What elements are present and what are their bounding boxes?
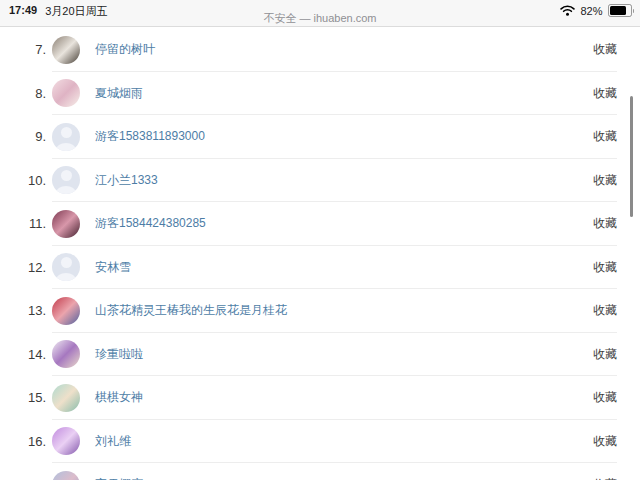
user-avatar[interactable] <box>52 471 80 480</box>
user-avatar[interactable] <box>52 210 80 238</box>
favorite-link[interactable]: 收藏 <box>593 215 617 232</box>
user-row: 15. 棋棋女神 收藏 <box>0 376 640 420</box>
user-row: 16. 刘礼维 收藏 <box>0 420 640 464</box>
rank-label: 14. <box>0 347 46 362</box>
user-row: 8. 夏城烟雨 收藏 <box>0 72 640 116</box>
status-right: 82% <box>560 4 634 17</box>
battery-icon <box>608 4 635 17</box>
username-link[interactable]: 游客1583811893000 <box>95 128 205 145</box>
user-row: 10. 江小兰1333 收藏 <box>0 159 640 203</box>
username-link[interactable]: 停留的树叶 <box>95 41 155 58</box>
user-avatar[interactable] <box>52 427 80 455</box>
username-link[interactable]: 棋棋女神 <box>95 389 143 406</box>
user-avatar[interactable] <box>52 166 80 194</box>
user-row: 14. 珍重啦啦 收藏 <box>0 333 640 377</box>
username-link[interactable]: 安林雪 <box>95 259 131 276</box>
favorite-link[interactable]: 收藏 <box>593 172 617 189</box>
user-row: 11. 游客1584424380285 收藏 <box>0 202 640 246</box>
username-link[interactable]: 珍重啦啦 <box>95 346 143 363</box>
battery-percent-label: 82% <box>580 5 602 17</box>
rank-label: 10. <box>0 173 46 188</box>
user-avatar[interactable] <box>52 297 80 325</box>
user-ranking-list: 7. 停留的树叶 收藏 8. 夏城烟雨 收藏 9. 游客158381189300… <box>0 28 640 480</box>
favorite-link[interactable]: 收藏 <box>593 433 617 450</box>
rank-label: 12. <box>0 260 46 275</box>
favorite-link[interactable]: 收藏 <box>593 476 617 480</box>
user-avatar[interactable] <box>52 253 80 281</box>
user-row: 7. 停留的树叶 收藏 <box>0 28 640 72</box>
status-bar: 17:49 3月20日周五 不安全 — ihuaben.com 82% <box>0 0 640 27</box>
username-link[interactable]: 夏城烟雨 <box>95 85 143 102</box>
favorite-link[interactable]: 收藏 <box>593 128 617 145</box>
rank-label: 15. <box>0 390 46 405</box>
battery-nub <box>633 9 635 13</box>
favorite-link[interactable]: 收藏 <box>593 41 617 58</box>
rank-label: 16. <box>0 434 46 449</box>
user-avatar[interactable] <box>52 123 80 151</box>
username-link[interactable]: 刘礼维 <box>95 433 131 450</box>
favorite-link[interactable]: 收藏 <box>593 302 617 319</box>
url-security-label[interactable]: 不安全 — ihuaben.com <box>0 11 640 26</box>
favorite-link[interactable]: 收藏 <box>593 259 617 276</box>
user-avatar[interactable] <box>52 340 80 368</box>
username-link[interactable]: 游客1584424380285 <box>95 215 206 232</box>
rank-label: 13. <box>0 303 46 318</box>
rank-label: 8. <box>0 86 46 101</box>
user-row: 13. 山茶花精灵王椿我的生辰花是月桂花 收藏 <box>0 289 640 333</box>
favorite-link[interactable]: 收藏 <box>593 389 617 406</box>
username-link[interactable]: 夜雪樱变 <box>95 476 143 480</box>
wifi-icon <box>560 5 575 16</box>
username-link[interactable]: 江小兰1333 <box>95 172 158 189</box>
favorite-link[interactable]: 收藏 <box>593 85 617 102</box>
user-avatar[interactable] <box>52 79 80 107</box>
rank-label: 7. <box>0 42 46 57</box>
user-row: 12. 安林雪 收藏 <box>0 246 640 290</box>
favorite-link[interactable]: 收藏 <box>593 346 617 363</box>
username-link[interactable]: 山茶花精灵王椿我的生辰花是月桂花 <box>95 302 287 319</box>
safari-page: 17:49 3月20日周五 不安全 — ihuaben.com 82% 7. <box>0 0 640 480</box>
user-avatar[interactable] <box>52 36 80 64</box>
user-row: 9. 游客1583811893000 收藏 <box>0 115 640 159</box>
user-row: 17. 夜雪樱变 收藏 <box>0 463 640 480</box>
rank-label: 11. <box>0 216 46 231</box>
user-avatar[interactable] <box>52 384 80 412</box>
scrollbar-thumb[interactable] <box>630 96 633 217</box>
rank-label: 9. <box>0 129 46 144</box>
battery-fill <box>610 6 626 15</box>
